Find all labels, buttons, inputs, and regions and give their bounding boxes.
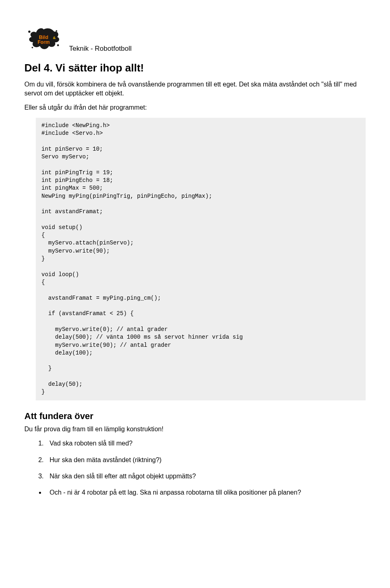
list-item: Vad ska roboten slå till med? — [46, 439, 366, 448]
svg-point-2 — [32, 47, 33, 48]
section-title: Att fundera över — [24, 411, 366, 422]
code-block: #include <NewPing.h> #include <Servo.h> … — [36, 118, 366, 400]
page-title: Del 4. Vi sätter ihop allt! — [24, 62, 366, 74]
intro-paragraph-1: Om du vill, försök kombinera de två ovan… — [24, 80, 366, 97]
intro-paragraph-2: Eller så utgår du ifrån det här programm… — [24, 103, 366, 112]
list-item: Hur ska den mäta avståndet (riktning?) — [46, 456, 366, 465]
svg-text:&: & — [53, 36, 56, 40]
header-subject: Teknik - Robotfotboll — [69, 45, 132, 57]
question-list: Vad ska roboten slå till med? Hur ska de… — [24, 439, 366, 481]
svg-text:Form: Form — [37, 39, 50, 45]
section-intro: Du får prova dig fram till en lämplig ko… — [24, 425, 366, 434]
bullet-list: Och - ni är 4 robotar på ett lag. Ska ni… — [24, 488, 366, 497]
svg-point-0 — [28, 30, 30, 33]
list-item: Och - ni är 4 robotar på ett lag. Ska ni… — [46, 488, 366, 497]
list-item: När ska den slå till efter att något obj… — [46, 472, 366, 481]
logo: Bild & Form — [24, 24, 65, 57]
page-container: Bild & Form Teknik - Robotfotboll Del 4.… — [0, 0, 390, 527]
svg-point-1 — [57, 44, 59, 46]
svg-point-3 — [56, 30, 57, 32]
logo-splat-icon: Bild & Form — [24, 26, 63, 53]
page-header: Bild & Form Teknik - Robotfotboll — [24, 24, 366, 57]
